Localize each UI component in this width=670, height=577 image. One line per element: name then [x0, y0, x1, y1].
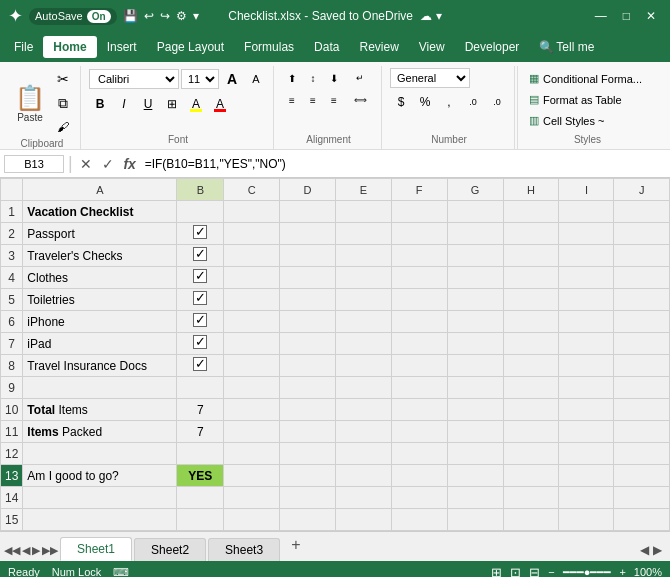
undo-icon[interactable]: ↩	[144, 9, 154, 23]
cell-h1[interactable]	[503, 201, 559, 223]
cell-b3[interactable]	[177, 245, 224, 267]
cell-e5[interactable]	[336, 289, 392, 311]
checkbox-b4[interactable]	[193, 269, 207, 283]
row-header-4[interactable]: 4	[1, 267, 23, 289]
cell-b6[interactable]	[177, 311, 224, 333]
cell-a3[interactable]: Traveler's Checks	[23, 245, 177, 267]
cancel-formula-button[interactable]: ✕	[77, 156, 95, 172]
cell-d14[interactable]	[280, 487, 336, 509]
row-header-10[interactable]: 10	[1, 399, 23, 421]
cell-f1[interactable]	[391, 201, 447, 223]
cell-b4[interactable]	[177, 267, 224, 289]
cell-a9[interactable]	[23, 377, 177, 399]
number-format-select[interactable]: General	[390, 68, 470, 88]
cell-h4[interactable]	[503, 267, 559, 289]
zoom-in-button[interactable]: +	[619, 566, 625, 577]
cell-e1[interactable]	[336, 201, 392, 223]
format-painter-button[interactable]: 🖌	[52, 116, 74, 138]
row-header-8[interactable]: 8	[1, 355, 23, 377]
menu-review[interactable]: Review	[349, 36, 408, 58]
sheet-nav-first[interactable]: ◀◀	[4, 544, 20, 557]
cell-a5[interactable]: Toiletries	[23, 289, 177, 311]
maximize-button[interactable]: □	[617, 7, 636, 25]
cell-d3[interactable]	[280, 245, 336, 267]
col-header-j[interactable]: J	[614, 179, 670, 201]
cell-f6[interactable]	[391, 311, 447, 333]
autosave-toggle[interactable]: On	[87, 10, 111, 23]
cell-j2[interactable]	[614, 223, 670, 245]
grow-font-button[interactable]: A	[221, 68, 243, 90]
cell-f15[interactable]	[391, 509, 447, 531]
col-header-g[interactable]: G	[447, 179, 503, 201]
wrap-text-button[interactable]: ↵	[345, 68, 375, 88]
cell-j1[interactable]	[614, 201, 670, 223]
cell-b10[interactable]: 7	[177, 399, 224, 421]
align-left-button[interactable]: ≡	[282, 90, 302, 110]
cell-a2[interactable]: Passport	[23, 223, 177, 245]
cell-d12[interactable]	[280, 443, 336, 465]
col-header-c[interactable]: C	[224, 179, 280, 201]
row-header-7[interactable]: 7	[1, 333, 23, 355]
menu-data[interactable]: Data	[304, 36, 349, 58]
cell-f5[interactable]	[391, 289, 447, 311]
cell-g3[interactable]	[447, 245, 503, 267]
cell-e12[interactable]	[336, 443, 392, 465]
cell-e15[interactable]	[336, 509, 392, 531]
cell-reference-input[interactable]	[4, 155, 64, 173]
cell-g2[interactable]	[447, 223, 503, 245]
cell-h6[interactable]	[503, 311, 559, 333]
cell-i8[interactable]	[559, 355, 614, 377]
sheet-tab-3[interactable]: Sheet3	[208, 538, 280, 561]
cell-j5[interactable]	[614, 289, 670, 311]
cell-f11[interactable]	[391, 421, 447, 443]
cell-styles-button[interactable]: ▥ Cell Styles ~	[522, 110, 653, 131]
close-button[interactable]: ✕	[640, 7, 662, 25]
cell-a7[interactable]: iPad	[23, 333, 177, 355]
increase-decimal-button[interactable]: .0	[462, 91, 484, 113]
cell-i4[interactable]	[559, 267, 614, 289]
border-button[interactable]: ⊞	[161, 93, 183, 115]
percent-button[interactable]: %	[414, 91, 436, 113]
cell-b5[interactable]	[177, 289, 224, 311]
cell-g7[interactable]	[447, 333, 503, 355]
checkbox-b2[interactable]	[193, 225, 207, 239]
cell-a11[interactable]: Items Packed	[23, 421, 177, 443]
cell-g1[interactable]	[447, 201, 503, 223]
row-header-2[interactable]: 2	[1, 223, 23, 245]
cell-c13[interactable]	[224, 465, 280, 487]
align-right-button[interactable]: ≡	[324, 90, 344, 110]
cell-a15[interactable]	[23, 509, 177, 531]
cell-e11[interactable]	[336, 421, 392, 443]
cell-c14[interactable]	[224, 487, 280, 509]
cell-c5[interactable]	[224, 289, 280, 311]
cell-g6[interactable]	[447, 311, 503, 333]
align-middle-button[interactable]: ↕	[303, 68, 323, 88]
minimize-button[interactable]: —	[589, 7, 613, 25]
sheet-tab-1[interactable]: Sheet1	[60, 537, 132, 561]
cell-f3[interactable]	[391, 245, 447, 267]
paste-button[interactable]: 📋 Paste	[10, 73, 50, 133]
cell-b11[interactable]: 7	[177, 421, 224, 443]
col-header-f[interactable]: F	[391, 179, 447, 201]
cell-d7[interactable]	[280, 333, 336, 355]
col-header-e[interactable]: E	[336, 179, 392, 201]
comma-button[interactable]: ,	[438, 91, 460, 113]
cell-f14[interactable]	[391, 487, 447, 509]
cell-b8[interactable]	[177, 355, 224, 377]
cell-d8[interactable]	[280, 355, 336, 377]
cell-i15[interactable]	[559, 509, 614, 531]
cell-j10[interactable]	[614, 399, 670, 421]
cell-f9[interactable]	[391, 377, 447, 399]
cell-h14[interactable]	[503, 487, 559, 509]
cell-i13[interactable]	[559, 465, 614, 487]
cell-c1[interactable]	[224, 201, 280, 223]
row-header-5[interactable]: 5	[1, 289, 23, 311]
row-header-6[interactable]: 6	[1, 311, 23, 333]
menu-file[interactable]: File	[4, 36, 43, 58]
cell-e4[interactable]	[336, 267, 392, 289]
bold-button[interactable]: B	[89, 93, 111, 115]
cell-d15[interactable]	[280, 509, 336, 531]
cell-h8[interactable]	[503, 355, 559, 377]
cell-j12[interactable]	[614, 443, 670, 465]
cell-i3[interactable]	[559, 245, 614, 267]
